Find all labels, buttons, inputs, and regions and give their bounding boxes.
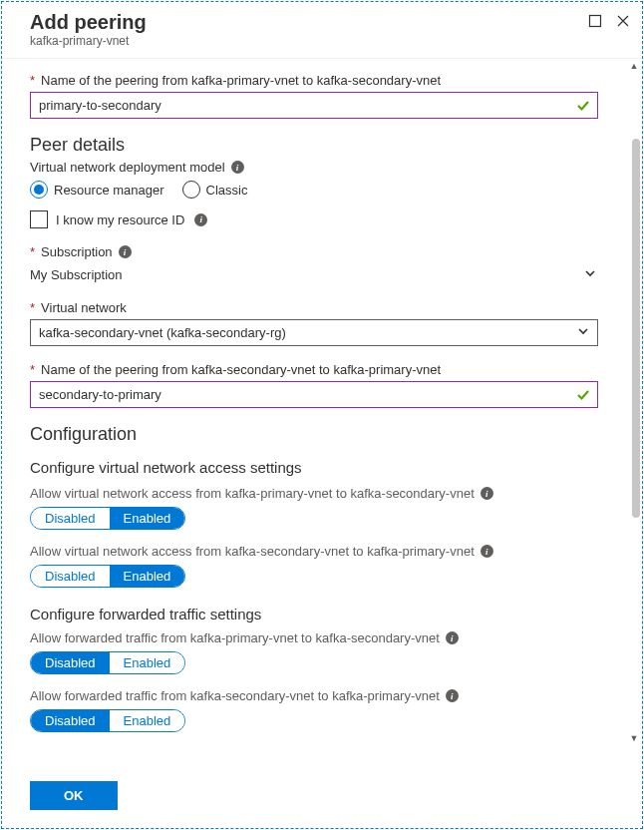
vna-desc2: Allow virtual network access from kafka-… [30,544,598,559]
peering-name1-input[interactable] [30,92,598,119]
vna-toggle-1[interactable]: Disabled Enabled [30,507,185,530]
scroll-down-icon[interactable]: ▼ [629,733,639,743]
close-button[interactable] [614,12,632,30]
fwd-heading: Configure forwarded traffic settings [30,606,598,622]
toggle-disabled-option[interactable]: Disabled [31,710,110,731]
toggle-enabled-option[interactable]: Enabled [110,508,185,529]
valid-check-icon [576,99,590,113]
scroll-up-icon[interactable]: ▲ [629,61,639,71]
vna-toggle-2[interactable]: Disabled Enabled [30,565,185,588]
blade-footer: OK [2,767,642,828]
vna-desc1: Allow virtual network access from kafka-… [30,486,598,501]
info-icon[interactable]: i [481,487,493,500]
peering-name2-input[interactable] [30,381,598,408]
valid-check-icon [576,388,590,402]
blade-subtitle: kafka-primary-vnet [30,34,586,48]
maximize-button[interactable] [586,12,604,30]
configuration-heading: Configuration [30,424,598,445]
radio-resource-manager[interactable]: Resource manager [30,181,164,199]
toggle-disabled-option[interactable]: Disabled [31,566,110,587]
blade-header: Add peering kafka-primary-vnet [2,2,642,59]
info-icon[interactable]: i [446,631,459,644]
subscription-label: * Subscription i [30,244,598,259]
blade-title: Add peering [30,10,586,34]
chevron-down-icon [584,267,596,282]
vna-heading: Configure virtual network access setting… [30,459,598,476]
chevron-down-icon [577,325,589,340]
info-icon[interactable]: i [119,245,132,258]
toggle-enabled-option[interactable]: Enabled [110,652,185,673]
info-icon[interactable]: i [194,213,207,226]
close-icon [616,14,630,28]
scrollbar-thumb[interactable] [632,139,640,518]
deployment-model-label: Virtual network deployment model i [30,160,598,175]
maximize-icon [588,14,602,28]
scrollbar[interactable]: ▲ ▼ [626,59,642,767]
info-icon[interactable]: i [231,161,244,174]
add-peering-blade: Add peering kafka-primary-vnet * Name of… [1,1,643,829]
info-icon[interactable]: i [481,545,493,558]
radio-classic[interactable]: Classic [182,181,248,199]
info-icon[interactable]: i [446,689,459,702]
ok-button[interactable]: OK [30,781,118,810]
blade-content: * Name of the peering from kafka-primary… [2,59,626,767]
know-resource-id-label: I know my resource ID [56,212,184,227]
fwd-desc2: Allow forwarded traffic from kafka-secon… [30,688,598,703]
toggle-disabled-option[interactable]: Disabled [31,508,110,529]
fwd-desc1: Allow forwarded traffic from kafka-prima… [30,630,598,645]
vnet-label: * Virtual network [30,300,598,315]
subscription-dropdown[interactable]: My Subscription [30,263,598,286]
svg-rect-0 [590,16,601,27]
toggle-enabled-option[interactable]: Enabled [110,566,185,587]
fwd-toggle-2[interactable]: Disabled Enabled [30,709,185,732]
peering-name2-label: * Name of the peering from kafka-seconda… [30,362,598,377]
toggle-enabled-option[interactable]: Enabled [110,710,185,731]
know-resource-id-checkbox[interactable] [30,210,48,228]
toggle-disabled-option[interactable]: Disabled [31,652,110,673]
vnet-select[interactable]: kafka-secondary-vnet (kafka-secondary-rg… [30,319,598,346]
fwd-toggle-1[interactable]: Disabled Enabled [30,651,185,674]
peer-details-heading: Peer details [30,135,598,156]
peering-name1-label: * Name of the peering from kafka-primary… [30,73,598,88]
